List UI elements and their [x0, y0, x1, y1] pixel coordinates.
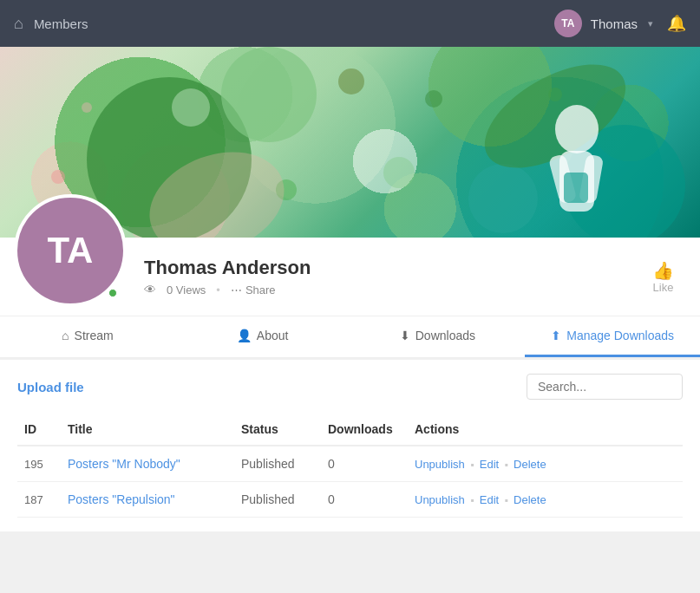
separator: •: [216, 283, 220, 296]
action-unpublish-link[interactable]: Unpublish: [415, 493, 465, 506]
views-count: 0 Views: [167, 283, 206, 296]
share-button[interactable]: ⋯ Share: [231, 283, 276, 296]
share-icon: ⋯: [231, 283, 242, 296]
cell-id: 195: [17, 446, 61, 482]
avatar: TA: [554, 10, 582, 37]
tab-downloads[interactable]: ⬇ Downloads: [350, 316, 526, 357]
action-separator: ▪: [468, 459, 477, 471]
svg-rect-18: [564, 173, 588, 203]
bell-icon[interactable]: 🔔: [667, 14, 686, 33]
table-header: ID Title Status Downloads Actions: [17, 414, 683, 446]
svg-point-2: [172, 88, 210, 127]
profile-name: Thomas Anderson: [144, 257, 652, 279]
nav-username[interactable]: Thomas: [591, 16, 638, 31]
svg-point-11: [82, 102, 92, 113]
action-separator: ▪: [501, 494, 511, 506]
tab-manage-downloads[interactable]: ⬆ Manage Downloads: [525, 316, 700, 357]
cell-actions: Unpublish ▪ Edit ▪ Delete: [408, 482, 683, 518]
action-edit-link[interactable]: Edit: [480, 458, 499, 471]
action-edit-link[interactable]: Edit: [480, 493, 499, 506]
cell-downloads: 0: [321, 446, 408, 482]
tabs-bar: ⌂ Stream 👤 About ⬇ Downloads ⬆ Manage Do…: [0, 316, 700, 358]
upload-file-button[interactable]: Upload file: [17, 380, 84, 394]
upload-tab-icon: ⬆: [551, 329, 561, 342]
tab-about[interactable]: 👤 About: [175, 316, 350, 357]
profile-info: Thomas Anderson 👁 0 Views • ⋯ Share: [144, 257, 652, 296]
online-status-dot: [106, 286, 120, 300]
action-delete-link[interactable]: Delete: [514, 458, 546, 471]
avatar-wrap: TA: [14, 246, 127, 307]
cell-title: Posters "Mr Nobody": [61, 446, 234, 482]
svg-point-5: [468, 164, 538, 233]
col-header-downloads: Downloads: [321, 414, 408, 446]
content-toolbar: Upload file: [17, 374, 683, 400]
cell-status: Published: [234, 446, 321, 482]
table-row: 195Posters "Mr Nobody"Published0Unpublis…: [17, 446, 683, 482]
svg-point-7: [383, 157, 415, 188]
cell-status: Published: [234, 482, 321, 518]
download-tab-icon: ⬇: [400, 329, 410, 342]
chevron-down-icon[interactable]: ▾: [648, 18, 653, 29]
like-button[interactable]: 👍 Like: [652, 260, 674, 294]
title-link[interactable]: Posters "Mr Nobody": [68, 457, 180, 471]
search-input[interactable]: [527, 374, 683, 400]
top-navigation: ⌂ Members TA Thomas ▾ 🔔: [0, 0, 700, 47]
thumbs-up-icon: 👍: [652, 260, 674, 281]
svg-point-14: [555, 105, 599, 153]
svg-point-1: [221, 47, 317, 142]
cell-actions: Unpublish ▪ Edit ▪ Delete: [408, 446, 683, 482]
home-tab-icon: ⌂: [62, 329, 69, 342]
action-separator: ▪: [501, 459, 511, 471]
cell-id: 187: [17, 482, 61, 518]
cell-title: Posters "Repulsion": [61, 482, 234, 518]
content-area: Upload file ID Title Status Downloads Ac…: [0, 360, 700, 531]
action-delete-link[interactable]: Delete: [514, 493, 546, 506]
svg-point-8: [425, 90, 442, 108]
col-header-actions: Actions: [408, 414, 683, 446]
title-link[interactable]: Posters "Repulsion": [68, 492, 175, 506]
svg-point-3: [338, 68, 364, 94]
profile-row: TA Thomas Anderson 👁 0 Views • ⋯ Share 👍…: [0, 238, 700, 316]
cell-downloads: 0: [321, 482, 408, 518]
downloads-table: ID Title Status Downloads Actions 195Pos…: [17, 414, 683, 518]
members-label[interactable]: Members: [34, 16, 88, 31]
svg-point-10: [51, 170, 65, 184]
col-header-status: Status: [234, 414, 321, 446]
person-tab-icon: 👤: [237, 329, 252, 342]
table-body: 195Posters "Mr Nobody"Published0Unpublis…: [17, 446, 683, 518]
home-icon[interactable]: ⌂: [14, 15, 23, 33]
table-row: 187Posters "Repulsion"Published0Unpublis…: [17, 482, 683, 518]
tab-stream[interactable]: ⌂ Stream: [0, 316, 175, 357]
profile-meta: 👁 0 Views • ⋯ Share: [144, 283, 652, 296]
col-header-id: ID: [17, 414, 61, 446]
action-unpublish-link[interactable]: Unpublish: [415, 458, 465, 471]
eye-icon: 👁: [144, 283, 156, 296]
col-header-title: Title: [61, 414, 234, 446]
action-separator: ▪: [468, 494, 477, 506]
